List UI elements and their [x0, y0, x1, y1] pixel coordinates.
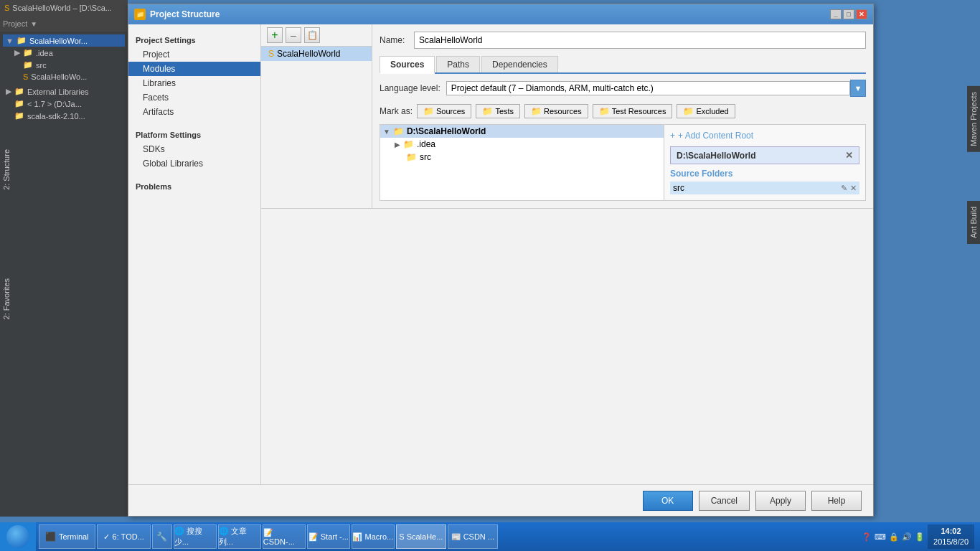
tree-idea-item[interactable]: ▶ 📁 .idea: [380, 138, 664, 151]
maven-side-label[interactable]: Maven Projects: [967, 86, 980, 152]
nav-global-libraries[interactable]: Global Libraries: [128, 156, 260, 171]
taskbar-csdn2-app[interactable]: 📰 CSDN ...: [448, 524, 498, 549]
module-label: ScalaHelloWorld: [277, 49, 340, 59]
source-folders-header: Source Folders: [670, 169, 859, 179]
tree-root-label: D:\ScalaHelloWorld: [407, 126, 486, 136]
windows-orb: [6, 525, 29, 548]
todo-icon: ✓: [103, 532, 110, 542]
mark-as-sources-button[interactable]: 📁 Sources: [417, 104, 471, 118]
nav-sdks[interactable]: SDKs: [128, 142, 260, 156]
language-level-input: Project default (7 – Diamonds, ARM, mult…: [446, 81, 850, 95]
taskbar-start-app[interactable]: 📝 Start -...: [307, 524, 350, 549]
dialog-title-icon: 📁: [134, 9, 146, 20]
mark-as-excluded-button[interactable]: 📁 Excluded: [677, 104, 735, 118]
nav-artifacts[interactable]: Artifacts: [128, 105, 260, 119]
nav-project[interactable]: Project: [128, 47, 260, 62]
mark-as-resources-button[interactable]: 📁 Resources: [524, 104, 588, 118]
problems-header: Problems: [128, 179, 260, 194]
project-structure-dialog: 📁 Project Structure _ □ ✕ Project Settin…: [128, 4, 874, 517]
favorites-side-label[interactable]: 2: Favorites: [0, 273, 13, 325]
remove-module-button[interactable]: –: [286, 27, 301, 43]
resources-folder-icon: 📁: [531, 106, 542, 116]
cancel-button[interactable]: Cancel: [699, 491, 750, 511]
taskbar-macro-app[interactable]: 📊 Macro...: [352, 524, 395, 549]
minimize-button[interactable]: _: [830, 9, 842, 19]
project-dropdown-arrow[interactable]: ▼: [30, 20, 37, 28]
taskbar-clock[interactable]: 14:02 2015/8/20: [928, 524, 974, 550]
tests-folder-icon: 📁: [482, 106, 493, 116]
nav-facets[interactable]: Facets: [128, 90, 260, 105]
module-icon: S: [268, 49, 274, 59]
name-input[interactable]: [414, 32, 866, 49]
dialog-title-text: Project Structure: [150, 9, 220, 19]
nav-libraries[interactable]: Libraries: [128, 76, 260, 90]
project-settings-header: Project Settings: [128, 33, 260, 47]
ide-scala-sdk[interactable]: 📁 scala-sdk-2.10...: [3, 110, 125, 122]
mark-as-tests-button[interactable]: 📁 Tests: [476, 104, 520, 118]
ok-button[interactable]: OK: [643, 491, 693, 511]
ide-tree-idea[interactable]: ▶ 📁 .idea: [3, 47, 125, 59]
root-expand-arrow: ▼: [383, 128, 390, 136]
ant-side-label[interactable]: Ant Build: [967, 201, 980, 244]
ide-titlebar: S ScalaHelloWorld – [D:\Sca...: [0, 0, 128, 16]
add-content-root-button[interactable]: + + Add Content Root: [670, 131, 859, 141]
source-folder-actions: ✎ ✕: [841, 184, 857, 193]
taskbar-ie-app[interactable]: 🌐 文章列...: [218, 524, 261, 549]
source-content-area: ▼ 📁 D:\ScalaHelloWorld ▶ 📁 .idea: [380, 124, 866, 201]
taskbar-chrome-app[interactable]: 🌐 搜搜少...: [174, 524, 217, 549]
structure-side-label[interactable]: 2: Structure: [0, 143, 13, 196]
source-path-label: D:\ScalaHelloWorld: [677, 151, 755, 161]
ide-external-libraries[interactable]: ▶ 📁 External Libraries: [3, 85, 125, 98]
terminal-icon: ⬛: [45, 532, 56, 542]
taskbar-volume-icon: 🔊: [902, 532, 912, 542]
ide-tree-root-arrow: ▼: [6, 37, 14, 45]
help-button[interactable]: Help: [811, 491, 862, 511]
close-button[interactable]: ✕: [856, 9, 867, 19]
taskbar-app-todo[interactable]: ✓ 6: TOD...: [97, 524, 151, 549]
remove-content-root-button[interactable]: ✕: [845, 150, 853, 161]
ide-file-tree: ▼ 📁 ScalaHelloWor... ▶ 📁 .idea 📁 src S S…: [0, 32, 128, 517]
mark-as-row: Mark as: 📁 Sources 📁 Tests 📁 Resources: [380, 104, 866, 118]
taskbar-plugin-icon[interactable]: 🔧: [152, 524, 172, 549]
mark-as-test-resources-button[interactable]: 📁 Test Resources: [593, 104, 673, 118]
taskbar-right: ❓ ⌨ 🔒 🔊 🔋 14:02 2015/8/20: [856, 524, 980, 550]
nav-modules[interactable]: Modules: [128, 62, 260, 76]
taskbar-system-icons: ❓ ⌨ 🔒 🔊 🔋: [862, 532, 925, 542]
src-folder-icon: 📁: [406, 152, 417, 162]
source-path-box: D:\ScalaHelloWorld ✕: [670, 146, 859, 164]
taskbar-scala-app[interactable]: S ScalaHe...: [396, 524, 446, 549]
tab-sources[interactable]: Sources: [380, 56, 435, 74]
name-row: Name:: [380, 32, 866, 49]
taskbar-apps: ⬛ Terminal ✓ 6: TOD... 🔧 🌐 搜搜少... 🌐 文章列.…: [36, 524, 856, 549]
ide-title-icon: S: [4, 4, 9, 12]
source-folder-close-icon[interactable]: ✕: [850, 184, 857, 193]
left-navigation-panel: Project Settings Project Modules Librari…: [128, 24, 261, 484]
tab-paths[interactable]: Paths: [436, 56, 480, 72]
taskbar-app-terminal[interactable]: ⬛ Terminal: [39, 524, 95, 549]
ide-tree-root[interactable]: ▼ 📁 ScalaHelloWor...: [3, 34, 125, 47]
start-button[interactable]: [0, 522, 36, 551]
ide-tree-src[interactable]: 📁 src: [3, 59, 125, 71]
project-dropdown-label: Project: [3, 19, 27, 28]
ide-jdk[interactable]: 📁 < 1.7 > (D:\Ja...: [3, 98, 125, 110]
taskbar-csdn-app[interactable]: 📝 CSDN-...: [263, 524, 306, 549]
module-item-scalahelloworld[interactable]: S ScalaHelloWorld: [261, 47, 372, 61]
taskbar: ⬛ Terminal ✓ 6: TOD... 🔧 🌐 搜搜少... 🌐 文章列.…: [0, 522, 980, 551]
language-level-dropdown[interactable]: ▼: [850, 80, 866, 97]
dialog-titlebar: 📁 Project Structure _ □ ✕: [128, 4, 873, 24]
maximize-button[interactable]: □: [843, 9, 854, 19]
tab-dependencies[interactable]: Dependencies: [481, 56, 558, 72]
add-content-root-label: + Add Content Root: [678, 131, 753, 141]
ide-tree-file[interactable]: S ScalaHelloWo...: [3, 71, 125, 83]
dialog-body: Project Settings Project Modules Librari…: [128, 24, 873, 484]
dialog-footer: OK Cancel Apply Help: [128, 484, 873, 516]
root-folder-icon: 📁: [393, 126, 404, 136]
sources-folder-icon: 📁: [423, 106, 434, 116]
add-module-button[interactable]: +: [267, 27, 283, 43]
tree-src-item[interactable]: 📁 src: [380, 151, 664, 164]
apply-button[interactable]: Apply: [755, 491, 806, 511]
name-label: Name:: [380, 35, 408, 45]
source-folder-edit-icon[interactable]: ✎: [841, 184, 847, 193]
tree-root-item[interactable]: ▼ 📁 D:\ScalaHelloWorld: [380, 125, 664, 138]
copy-module-button[interactable]: 📋: [304, 27, 320, 43]
